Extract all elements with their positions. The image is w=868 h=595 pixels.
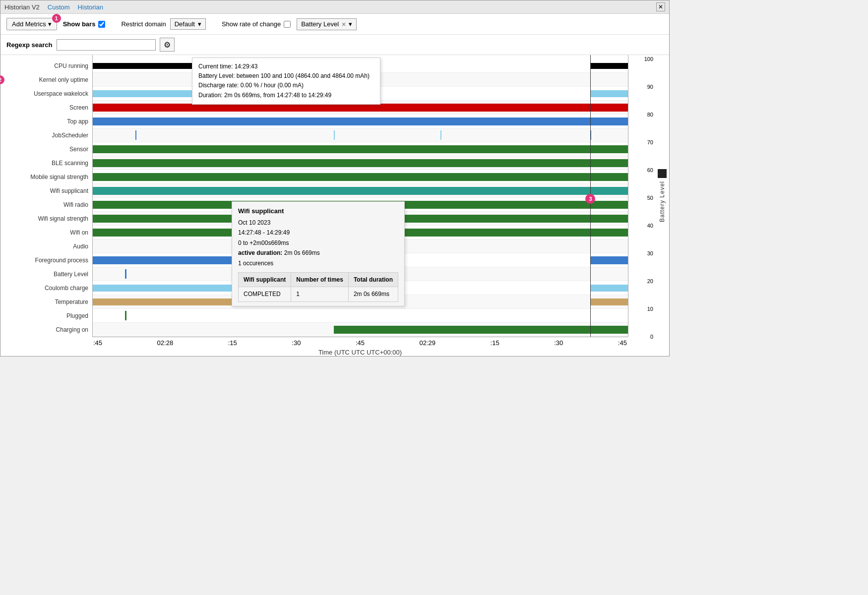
add-metrics-label: Add Metrics <box>12 20 46 28</box>
add-metrics-group: 1 Add Metrics ▾ <box>6 18 57 30</box>
x-tick-7: :15 <box>491 339 499 347</box>
battery-level-tag: Battery Level × ▾ <box>297 18 357 30</box>
y-label-mobile: Mobile signal strength <box>0 170 92 184</box>
tooltip-line4: Duration: 2m 0s 669ms, from 14:27:48 to … <box>198 91 374 100</box>
row-sensor <box>93 142 628 156</box>
row-ble <box>93 156 628 170</box>
gear-icon: ⚙ <box>164 40 171 50</box>
right-label-60: 60 <box>647 167 653 173</box>
badge-3: 3 <box>585 194 595 204</box>
bar-screen <box>93 104 628 112</box>
show-rate-checkbox[interactable] <box>284 21 291 28</box>
right-label-30: 30 <box>647 250 653 256</box>
bar-ble <box>93 159 628 167</box>
y-label-plugged: Plugged <box>0 309 92 323</box>
x-tick-4: :30 <box>292 339 301 347</box>
bar-wifi-supplicant <box>93 187 628 195</box>
chart-body: 3 Current time: 14:29:43 Battery Level: … <box>92 55 628 337</box>
y-label-audio: Audio <box>0 239 92 253</box>
add-metrics-button[interactable]: Add Metrics ▾ <box>6 18 57 30</box>
settings-button[interactable]: ⚙ <box>160 38 175 52</box>
battery-legend-box <box>658 169 667 178</box>
tooltip-wifi-offset: 0 to +2m00s669ms <box>238 238 398 248</box>
bar-sensor <box>93 145 628 153</box>
domain-select[interactable]: Default ▾ <box>170 18 206 30</box>
tab-custom[interactable]: Custom <box>48 3 70 11</box>
table-cell-3: 2m 0s 669ms <box>348 287 398 301</box>
right-label-90: 90 <box>647 84 653 90</box>
right-label-10: 10 <box>647 306 653 312</box>
right-label-70: 70 <box>647 139 653 145</box>
tooltip-wifi-date: Oct 10 2023 <box>238 218 398 228</box>
bar-job-3 <box>440 130 441 140</box>
x-tick-1: :45 <box>93 339 102 347</box>
x-axis-title: Time (UTC UTC UTC+00:00) <box>92 349 628 356</box>
battery-level-close[interactable]: × <box>342 20 346 28</box>
tooltip-battery-info: Current time: 14:29:43 Battery Level: be… <box>192 58 380 105</box>
bar-plugged-thin <box>125 311 126 320</box>
row-plugged <box>93 309 628 323</box>
y-label-foreground: Foreground process <box>0 253 92 267</box>
bar-cpu-2 <box>590 63 628 69</box>
row-mobile <box>93 170 628 184</box>
tooltip-wifi-occurrences: 1 occurences <box>238 258 398 268</box>
toolbar: 1 Add Metrics ▾ Show bars Restrict domai… <box>0 14 669 35</box>
tab-historian[interactable]: Historian <box>78 3 103 11</box>
battery-legend: Battery Level <box>655 55 669 337</box>
x-tick-3: :15 <box>228 339 237 347</box>
y-label-battery-level: Battery Level <box>0 267 92 281</box>
title-bar: Historian V2 Custom Historian ✕ <box>0 0 669 14</box>
tooltip-wifi-title: Wifi supplicant <box>238 206 398 217</box>
regexp-label: Regexp search <box>6 41 53 49</box>
y-label-top-app: Top app <box>0 115 92 128</box>
row-top-app <box>93 115 628 128</box>
show-bars-group: Show bars <box>63 20 106 28</box>
restrict-domain-label: Restrict domain <box>121 20 166 28</box>
battery-level-dropdown-icon[interactable]: ▾ <box>349 20 352 28</box>
table-cell-1: COMPLETED <box>239 287 291 301</box>
bar-job-2 <box>334 130 335 140</box>
window-title: Historian V2 <box>4 3 40 11</box>
y-label-sensor: Sensor <box>0 142 92 156</box>
tooltip-wifi-active-dur: active duration: 2m 0s 669ms <box>238 248 398 258</box>
regexp-row: Regexp search ⚙ <box>0 35 669 55</box>
y-label-wifi-supplicant: Wifi supplicant <box>0 184 92 198</box>
domain-value: Default <box>175 20 195 28</box>
right-label-50: 50 <box>647 195 653 201</box>
y-label-userspace: Userspace wakelock <box>0 87 92 101</box>
badge-3-container: 3 <box>585 194 595 204</box>
y-label-screen: Screen <box>0 101 92 115</box>
battery-legend-text: Battery Level <box>659 181 666 222</box>
tooltip-line3: Discharge rate: 0.00 % / hour (0.00 mA) <box>198 81 374 90</box>
right-label-80: 80 <box>647 112 653 118</box>
y-label-ble: BLE scanning <box>0 156 92 170</box>
x-tick-9: :45 <box>618 339 627 347</box>
regexp-input[interactable] <box>57 39 156 51</box>
main-window: Historian V2 Custom Historian ✕ 1 Add Me… <box>0 0 670 357</box>
table-header-1: Wifi supplicant <box>239 273 291 287</box>
y-label-kernel-uptime: 2 Kernel only uptime <box>0 73 92 87</box>
y-label-charging: Charging on <box>0 323 92 337</box>
y-label-jobscheduler: JobScheduler <box>0 128 92 142</box>
battery-level-label: Battery Level <box>301 20 339 28</box>
show-rate-group: Show rate of change <box>222 20 291 28</box>
close-button[interactable]: ✕ <box>656 2 665 11</box>
tooltip-line1: Current time: 14:29:43 <box>198 62 374 71</box>
table-cell-2: 1 <box>291 287 349 301</box>
right-axis: 100 90 80 70 60 50 40 30 20 10 0 <box>628 55 655 337</box>
tooltip-wifi-time: 14:27:48 - 14:29:49 <box>238 228 398 238</box>
tooltip-line2: Battery Level: between 100 and 100 (4864… <box>198 71 374 81</box>
y-label-coulomb: Coulomb charge <box>0 281 92 295</box>
x-ticks: :45 02:28 :15 :30 :45 02:29 :15 :30 :45 <box>92 339 628 347</box>
tooltip-active-value: 2m 0s 669ms <box>284 249 320 256</box>
right-label-0: 0 <box>650 334 653 340</box>
badge-2: 2 <box>0 75 4 84</box>
y-label-wifi-on: Wifi on <box>0 226 92 239</box>
x-tick-2: 02:28 <box>157 339 174 347</box>
show-bars-checkbox[interactable] <box>98 21 105 28</box>
bar-foreground-2 <box>590 256 628 264</box>
bar-battery-thin <box>125 269 126 279</box>
domain-dropdown-icon: ▾ <box>198 20 201 28</box>
y-axis-labels: CPU running 2 Kernel only uptime Userspa… <box>0 55 92 337</box>
right-label-40: 40 <box>647 223 653 229</box>
